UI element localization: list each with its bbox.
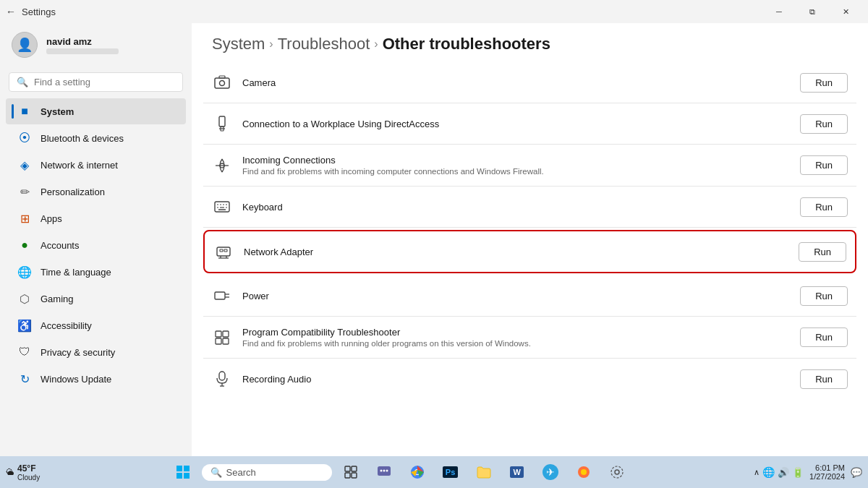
breadcrumb-sep1: › xyxy=(269,38,273,51)
close-button[interactable]: ✕ xyxy=(829,0,862,23)
network-icon: ◈ xyxy=(17,158,32,172)
titlebar-left: ← Settings xyxy=(6,6,56,17)
ts-item-camera: Camera Run xyxy=(203,62,856,103)
ts-item-network-adapter: Network Adapter Run xyxy=(203,230,856,273)
power-icon xyxy=(212,286,232,306)
avatar: 👤 xyxy=(12,32,38,58)
avatar-icon: 👤 xyxy=(17,37,33,53)
sidebar-item-label: System xyxy=(41,106,74,117)
weather-widget[interactable]: 🌥 45°F Cloudy xyxy=(6,463,40,481)
clock[interactable]: 6:01 PM 1/27/2024 xyxy=(809,463,845,481)
ts-keyboard-run[interactable]: Run xyxy=(800,197,848,217)
svg-rect-33 xyxy=(176,466,182,471)
ts-incoming-desc: Find and fix problems with incoming comp… xyxy=(242,167,790,176)
svg-rect-26 xyxy=(216,331,221,337)
ts-power-text: Power xyxy=(242,291,790,301)
sidebar-item-label: Windows Update xyxy=(41,374,111,385)
gaming-icon: ⬡ xyxy=(17,291,32,306)
sidebar-item-windows-update[interactable]: ↻ Windows Update xyxy=(6,366,186,392)
svg-rect-36 xyxy=(184,473,190,479)
svg-rect-39 xyxy=(345,473,350,478)
sidebar-search-container[interactable]: 🔍 xyxy=(9,72,183,92)
windows-update-icon: ↻ xyxy=(17,372,32,386)
search-icon: 🔍 xyxy=(17,77,28,87)
svg-rect-27 xyxy=(223,331,229,337)
camera-icon xyxy=(212,72,232,93)
accounts-icon: ● xyxy=(17,238,32,252)
svg-point-51 xyxy=(611,466,623,478)
network-tray-icon[interactable]: 🌐 xyxy=(762,466,775,478)
battery-tray-icon[interactable]: 🔋 xyxy=(792,467,804,478)
svg-rect-21 xyxy=(220,249,223,252)
ts-network-adapter-text: Network Adapter xyxy=(244,247,788,257)
ts-item-directaccess: Connection to a Workplace Using DirectAc… xyxy=(203,103,856,145)
svg-rect-30 xyxy=(219,372,225,380)
chrome-button[interactable] xyxy=(403,459,432,485)
sidebar-item-bluetooth[interactable]: ⦿ Bluetooth & devices xyxy=(6,125,186,151)
ts-recording-audio-title: Recording Audio xyxy=(242,374,790,385)
weather-icon: 🌥 xyxy=(6,468,14,476)
sidebar-item-time[interactable]: 🌐 Time & language xyxy=(6,259,186,285)
sidebar-item-privacy[interactable]: 🛡 Privacy & security xyxy=(6,339,186,365)
ts-recording-audio-run[interactable]: Run xyxy=(800,369,848,389)
system-icon: ■ xyxy=(17,104,32,119)
svg-rect-22 xyxy=(224,249,227,252)
task-view-button[interactable] xyxy=(336,459,365,485)
sidebar-item-system[interactable]: ■ System xyxy=(6,98,186,124)
ts-incoming-run[interactable]: Run xyxy=(800,155,848,175)
settings-taskbar-button[interactable] xyxy=(603,459,631,485)
sidebar-item-accessibility[interactable]: ♿ Accessibility xyxy=(6,312,186,338)
ts-network-adapter-title: Network Adapter xyxy=(244,247,788,257)
taskbar-search[interactable]: 🔍 Search xyxy=(202,464,332,481)
nav-menu: ■ System ⦿ Bluetooth & devices ◈ Network… xyxy=(0,98,192,393)
firefox-button[interactable] xyxy=(569,459,598,485)
sidebar-item-gaming[interactable]: ⬡ Gaming xyxy=(6,286,186,312)
svg-rect-28 xyxy=(216,338,221,344)
weather-condition: Cloudy xyxy=(17,474,40,481)
sidebar-item-apps[interactable]: ⊞ Apps xyxy=(6,205,186,231)
back-icon[interactable]: ← xyxy=(6,6,16,17)
word-button[interactable]: W xyxy=(503,459,532,485)
sidebar-item-personalization[interactable]: ✏ Personalization xyxy=(6,179,186,205)
search-input[interactable] xyxy=(34,77,175,87)
sidebar-item-network[interactable]: ◈ Network & internet xyxy=(6,152,186,178)
ts-power-title: Power xyxy=(242,291,790,301)
ts-directaccess-run[interactable]: Run xyxy=(800,114,848,134)
breadcrumb-current: Other troubleshooters xyxy=(383,35,550,53)
breadcrumb-troubleshoot[interactable]: Troubleshoot xyxy=(278,35,370,53)
user-name: navid amz xyxy=(46,36,119,47)
ts-program-compat-run[interactable]: Run xyxy=(800,328,848,347)
directaccess-icon xyxy=(212,114,232,134)
notification-button[interactable]: 💬 xyxy=(851,467,862,478)
user-subtitle xyxy=(46,48,119,54)
svg-rect-37 xyxy=(345,466,350,471)
ps-button[interactable]: Ps xyxy=(436,459,465,485)
app-title: Settings xyxy=(22,7,56,17)
user-profile[interactable]: 👤 navid amz xyxy=(0,23,192,67)
ts-program-compat-text: Program Compatibility Troubleshooter Fin… xyxy=(242,327,790,348)
recording-audio-icon xyxy=(212,369,232,389)
ts-camera-run[interactable]: Run xyxy=(800,73,848,93)
file-explorer-button[interactable] xyxy=(469,459,498,485)
svg-rect-38 xyxy=(352,466,357,471)
svg-rect-40 xyxy=(352,473,357,478)
system-tray-up-icon[interactable]: ∧ xyxy=(754,468,760,477)
minimize-button[interactable]: ─ xyxy=(762,0,796,23)
ts-incoming-text: Incoming Connections Find and fix proble… xyxy=(242,155,790,176)
weather-info: 45°F Cloudy xyxy=(17,463,40,481)
telegram-button[interactable]: ✈ xyxy=(536,459,565,485)
ts-network-adapter-run[interactable]: Run xyxy=(799,242,846,262)
ts-directaccess-text: Connection to a Workplace Using DirectAc… xyxy=(242,119,790,129)
sidebar-item-label: Privacy & security xyxy=(41,347,115,358)
restore-button[interactable]: ⧉ xyxy=(796,0,829,23)
ts-power-run[interactable]: Run xyxy=(800,286,848,306)
start-button[interactable] xyxy=(169,459,197,485)
speaker-tray-icon[interactable]: 🔊 xyxy=(778,467,789,478)
breadcrumb-system[interactable]: System xyxy=(212,35,265,53)
sidebar-item-accounts[interactable]: ● Accounts xyxy=(6,232,186,258)
chat-button[interactable] xyxy=(370,459,399,485)
svg-point-49 xyxy=(581,469,587,475)
troubleshooter-list: Camera Run Connection to a Workplace Usi… xyxy=(192,62,868,411)
ts-item-program-compat: Program Compatibility Troubleshooter Fin… xyxy=(203,317,856,359)
main-layout: 👤 navid amz 🔍 ■ System ⦿ Bluetooth & dev… xyxy=(0,23,868,456)
